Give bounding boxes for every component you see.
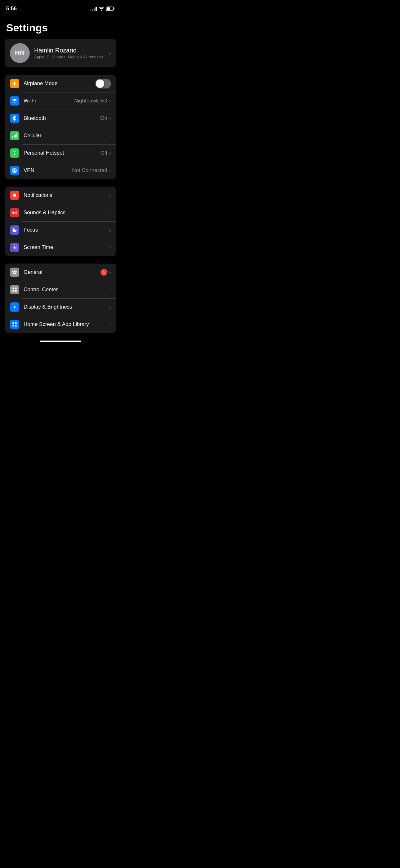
focus-chevron: › (109, 227, 111, 234)
status-time: 5:56 (6, 6, 17, 12)
svg-rect-30 (15, 322, 17, 324)
screen-time-row[interactable]: Screen Time › (5, 239, 116, 256)
bluetooth-icon (10, 114, 19, 123)
svg-point-20 (14, 306, 15, 308)
control-center-label: Control Center (24, 286, 109, 293)
general-badge: 1 (100, 269, 107, 276)
svg-rect-17 (15, 287, 17, 289)
hotspot-row[interactable]: Personal Hotspot Off › (5, 144, 116, 162)
screen-time-label: Screen Time (24, 244, 109, 251)
svg-point-10 (14, 153, 15, 154)
display-icon (10, 302, 19, 312)
display-label: Display & Brightness (24, 304, 109, 310)
display-row[interactable]: Display & Brightness › (5, 298, 116, 316)
screen-time-icon (10, 243, 19, 252)
wifi-value: Nighthawk 5G (74, 98, 107, 104)
profile-group: HR Hamlin Rozario Apple ID, iCloud+, Med… (5, 39, 116, 67)
svg-rect-29 (12, 322, 14, 324)
vpn-value: Not Connected (72, 167, 107, 174)
control-center-icon (10, 285, 19, 294)
general-chevron: › (109, 269, 111, 276)
wifi-chevron: › (109, 98, 111, 104)
status-bar: 5:56 (0, 0, 121, 16)
general-row[interactable]: General 1 › (5, 264, 116, 281)
home-screen-icon (10, 320, 19, 329)
notifications-icon (10, 191, 19, 200)
cellular-label: Cellular (24, 132, 109, 139)
svg-rect-2 (114, 8, 115, 10)
hotspot-chevron: › (109, 150, 111, 156)
focus-row[interactable]: Focus › (5, 221, 116, 239)
wifi-icon (10, 96, 19, 105)
profile-row[interactable]: HR Hamlin Rozario Apple ID, iCloud+, Med… (5, 39, 116, 67)
profile-text: Hamlin Rozario Apple ID, iCloud+, Media … (34, 47, 105, 59)
general-group: General 1 › Control Center › (5, 264, 116, 333)
general-label: General (24, 269, 100, 275)
svg-rect-7 (14, 135, 14, 138)
profile-chevron: › (109, 50, 111, 57)
svg-rect-32 (15, 325, 17, 327)
sounds-row[interactable]: Sounds & Haptics › (5, 204, 116, 221)
profile-name: Hamlin Rozario (34, 47, 105, 54)
svg-point-0 (101, 10, 102, 11)
focus-icon (10, 225, 19, 235)
control-center-row[interactable]: Control Center › (5, 281, 116, 298)
svg-marker-12 (12, 211, 14, 215)
notifications-row[interactable]: Notifications › (5, 187, 116, 204)
home-screen-label: Home Screen & App Library (24, 321, 109, 328)
vpn-icon (10, 166, 19, 175)
hotspot-icon (10, 148, 19, 158)
control-center-chevron: › (109, 286, 111, 293)
screen-time-chevron: › (109, 244, 111, 251)
bluetooth-label: Bluetooth (24, 115, 100, 121)
home-screen-chevron: › (109, 321, 111, 328)
svg-rect-16 (12, 287, 14, 289)
svg-rect-3 (107, 7, 110, 10)
battery-status-icon (106, 6, 115, 11)
hotspot-value: Off (100, 150, 107, 156)
general-icon (10, 268, 19, 277)
vpn-label: VPN (24, 167, 72, 174)
wifi-row[interactable]: Wi-Fi Nighthawk 5G › (5, 92, 116, 110)
status-icons (90, 6, 115, 11)
wifi-status-icon (99, 6, 104, 11)
svg-line-27 (13, 308, 13, 309)
hotspot-label: Personal Hotspot (24, 150, 100, 156)
svg-rect-6 (12, 136, 13, 138)
signal-bars-icon (90, 7, 97, 11)
notifications-group: Notifications › Sounds & Haptics › Focus… (5, 187, 116, 256)
vpn-row[interactable]: VPN Not Connected › (5, 162, 116, 179)
svg-rect-18 (12, 290, 14, 292)
airplane-mode-toggle[interactable] (95, 79, 111, 89)
avatar: HR (10, 43, 30, 63)
home-indicator (40, 341, 81, 342)
notifications-label: Notifications (24, 192, 109, 198)
cellular-row[interactable]: Cellular › (5, 127, 116, 144)
bluetooth-value: On (100, 115, 107, 121)
cellular-chevron: › (109, 132, 111, 139)
svg-rect-9 (16, 133, 18, 138)
airplane-mode-icon (10, 79, 19, 88)
page-title: Settings (0, 16, 121, 39)
svg-rect-19 (15, 290, 17, 292)
airplane-mode-label: Airplane Mode (24, 81, 93, 87)
focus-label: Focus (24, 227, 109, 233)
home-screen-row[interactable]: Home Screen & App Library › (5, 316, 116, 333)
vpn-chevron: › (109, 167, 111, 174)
notifications-chevron: › (109, 192, 111, 199)
network-group: Airplane Mode Wi-Fi Nighthawk 5G › B (5, 75, 116, 179)
cellular-icon (10, 131, 19, 140)
svg-rect-8 (15, 134, 16, 138)
sounds-icon (10, 208, 19, 217)
bluetooth-row[interactable]: Bluetooth On › (5, 110, 116, 127)
airplane-mode-row[interactable]: Airplane Mode (5, 75, 116, 92)
bluetooth-chevron: › (109, 115, 111, 122)
sounds-chevron: › (109, 210, 111, 216)
profile-subtitle: Apple ID, iCloud+, Media & Purchases (34, 55, 105, 59)
svg-point-4 (14, 102, 15, 103)
wifi-label: Wi-Fi (24, 98, 74, 104)
display-chevron: › (109, 304, 111, 310)
svg-line-26 (16, 308, 16, 309)
svg-rect-31 (12, 325, 14, 327)
sounds-label: Sounds & Haptics (24, 210, 109, 216)
